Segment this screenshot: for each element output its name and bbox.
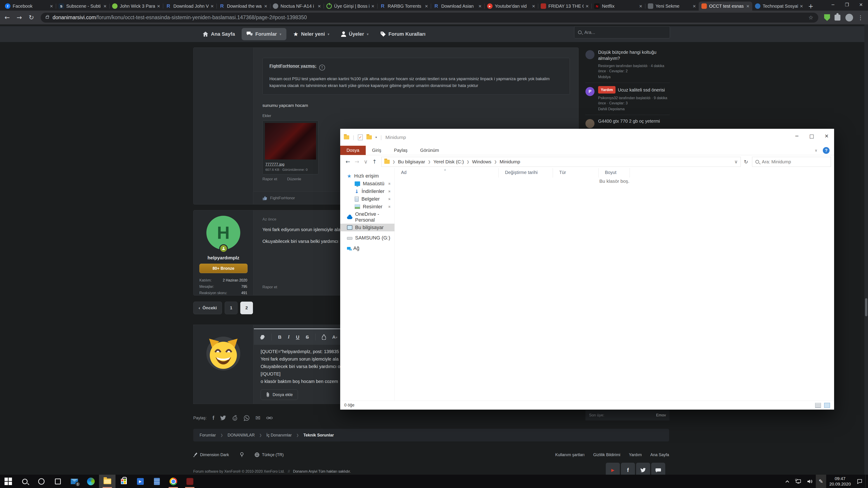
browser-tab[interactable]: John Wick 3 Para✕ xyxy=(110,2,163,11)
address-bar[interactable]: donanimarsivi.com/forum/konu/occt-test-e… xyxy=(41,13,818,23)
browser-tab[interactable]: Üye Girişi | Boss i✕ xyxy=(324,2,377,11)
share-reddit-icon[interactable] xyxy=(232,415,238,421)
quick-access-properties-icon[interactable] xyxy=(358,134,363,140)
windows-ink-icon[interactable]: ✎ xyxy=(816,475,826,488)
ribbon-tab-share[interactable]: Paylaş xyxy=(388,146,414,155)
nav-this-pc-selected[interactable]: Bu bilgisayar xyxy=(340,224,395,231)
share-email-icon[interactable]: ✉ xyxy=(255,415,260,421)
italic-icon[interactable]: I xyxy=(288,334,289,340)
strikethrough-icon[interactable]: S xyxy=(306,334,309,340)
close-tab-icon[interactable]: ✕ xyxy=(800,4,803,8)
show-desktop-button[interactable] xyxy=(865,475,868,488)
topic-title[interactable]: YardımUcuz kaliteli ssd önerisi xyxy=(598,86,670,94)
bold-icon[interactable]: B xyxy=(278,334,281,340)
network-tray-icon[interactable] xyxy=(792,475,804,488)
footer-link[interactable]: Yardım xyxy=(629,453,642,457)
browser-tab[interactable]: Youtube'dan vid✕ xyxy=(485,2,538,11)
close-tab-icon[interactable]: ✕ xyxy=(585,4,589,8)
tray-chevron-up-icon[interactable] xyxy=(782,475,792,488)
address-crumb[interactable]: Yerel Disk (C:) xyxy=(433,159,464,164)
browser-menu-icon[interactable]: ⋮ xyxy=(858,14,864,21)
explorer-search-input[interactable] xyxy=(762,159,828,164)
adblock-extension-icon[interactable] xyxy=(824,14,830,21)
browser-tab[interactable]: RARBG Torrents✕ xyxy=(377,2,431,11)
footer-link[interactable]: Gizlilik Bildirimi xyxy=(593,453,620,457)
column-header-size[interactable]: Boyut xyxy=(598,168,630,177)
calculator-button[interactable] xyxy=(149,475,165,488)
cat-emoji-avatar[interactable] xyxy=(206,337,240,370)
breadcrumb-item[interactable]: DONANIMLAR xyxy=(228,433,255,437)
topic-list-item[interactable]: Düşük bütçede hangi koltuğu almalıyım? R… xyxy=(585,46,670,83)
avatar[interactable]: P xyxy=(585,87,594,96)
explorer-search-box[interactable] xyxy=(752,157,831,167)
ribbon-tab-home[interactable]: Giriş xyxy=(366,146,388,155)
details-view-icon[interactable] xyxy=(815,403,821,408)
taskbar-clock[interactable]: 09:47 20.09.2020 xyxy=(826,475,854,488)
address-crumb[interactable]: Minidump xyxy=(500,159,520,164)
back-icon[interactable]: ← xyxy=(4,14,10,21)
attach-file-button[interactable]: Dosya ekle xyxy=(260,390,298,400)
quote-jump-icon[interactable]: ↑ xyxy=(319,65,325,70)
topic-category[interactable]: Dahili Depolama xyxy=(598,107,670,111)
action-center-icon[interactable] xyxy=(854,475,865,488)
refresh-icon[interactable]: ↻ xyxy=(744,159,748,165)
close-tab-icon[interactable]: ✕ xyxy=(746,4,749,8)
page-scrollbar[interactable] xyxy=(864,24,868,475)
nav-usb-drive[interactable]: SAMSUNG (G:) xyxy=(340,234,395,242)
browser-tab[interactable]: Subscene - Subti✕ xyxy=(56,2,110,11)
back-icon[interactable]: ← xyxy=(346,159,350,165)
close-tab-icon[interactable]: ✕ xyxy=(478,4,482,8)
share-whatsapp-icon[interactable] xyxy=(244,415,250,421)
thumbnail-view-icon[interactable] xyxy=(824,403,830,408)
browser-tab[interactable]: Noctua NF-A14 i✕ xyxy=(270,2,324,11)
close-tab-icon[interactable]: ✕ xyxy=(50,4,53,8)
browser-tab[interactable]: Facebook✕ xyxy=(2,2,56,11)
nav-downloads[interactable]: ↓İndirilenler✈ xyxy=(340,188,395,195)
explorer-address-bar[interactable]: ❯ Bu bilgisayar ❯ Yerel Disk (C:) ❯ Wind… xyxy=(381,157,741,167)
discord-button[interactable] xyxy=(651,463,665,475)
minimize-icon[interactable]: ─ xyxy=(826,0,840,9)
nav-item-forums[interactable]: Forumlar ▾ xyxy=(242,28,286,40)
username[interactable]: helpyardımplz xyxy=(193,255,253,260)
lightbulb-toggle[interactable] xyxy=(240,452,243,457)
attachment-thumbnail[interactable] xyxy=(265,123,316,160)
underline-icon[interactable]: U xyxy=(296,334,299,340)
nav-onedrive[interactable]: OneDrive - Personal xyxy=(340,213,395,221)
recent-locations-icon[interactable]: ∨ xyxy=(364,159,368,165)
help-icon[interactable]: ? xyxy=(823,147,830,154)
topic-title[interactable]: G4400 gtx 770 2 gb oç yetermi xyxy=(598,118,660,124)
close-tab-icon[interactable]: ✕ xyxy=(318,4,321,8)
close-tab-icon[interactable]: ✕ xyxy=(371,4,375,8)
movies-tv-button[interactable]: ▶ xyxy=(132,475,149,488)
liked-by-names[interactable]: FightForHonor xyxy=(270,196,295,200)
address-crumb[interactable]: Windows xyxy=(472,159,491,164)
nav-item-whats-new[interactable]: ★ Neler yeni ▾ xyxy=(288,28,335,40)
topic-list-item[interactable]: P YardımUcuz kaliteli ssd önerisi Psikor… xyxy=(585,83,670,115)
latest-member-value[interactable]: Emov xyxy=(656,413,666,418)
edge-button[interactable] xyxy=(83,475,99,488)
browser-tab[interactable]: Download Asian✕ xyxy=(431,2,485,11)
attachment-card[interactable]: 777777.jpg 607.6 KB · Görüntülenme: 0 xyxy=(262,121,318,174)
browser-tab[interactable]: Technopat Sosyal✕ xyxy=(752,2,806,11)
close-tab-icon[interactable]: ✕ xyxy=(211,4,214,8)
footer-link[interactable]: Kullanım şartları xyxy=(555,453,585,457)
breadcrumb-item[interactable]: İç Donanımlar xyxy=(267,433,292,437)
mail-button[interactable]: 1 xyxy=(66,475,83,488)
browser-tab[interactable]: FRIDAY 13 THE G✕ xyxy=(538,2,592,11)
microsoft-store-button[interactable] xyxy=(116,475,132,488)
nav-item-rules[interactable]: Forum Kuralları xyxy=(375,28,431,40)
previous-page-button[interactable]: ‹Önceki xyxy=(193,302,222,314)
scrollbar-thumb[interactable] xyxy=(865,298,867,316)
nav-item-members[interactable]: Üyeler ▾ xyxy=(336,28,373,40)
address-crumb[interactable]: Bu bilgisayar xyxy=(398,159,425,164)
language-chooser[interactable]: Türkçe (TR) xyxy=(255,453,284,457)
ribbon-tab-file[interactable]: Dosya xyxy=(340,146,366,155)
page-button-2-current[interactable]: 2 xyxy=(240,302,253,314)
close-tab-icon[interactable]: ✕ xyxy=(264,4,268,8)
column-header-name[interactable]: Ad xyxy=(395,168,499,177)
task-view-button[interactable] xyxy=(50,475,66,488)
column-header-type[interactable]: Tür xyxy=(553,168,598,177)
close-tab-icon[interactable]: ✕ xyxy=(103,4,107,8)
report-link[interactable]: Rapor et xyxy=(262,285,277,289)
nav-documents[interactable]: Belgeler✈ xyxy=(340,195,395,203)
